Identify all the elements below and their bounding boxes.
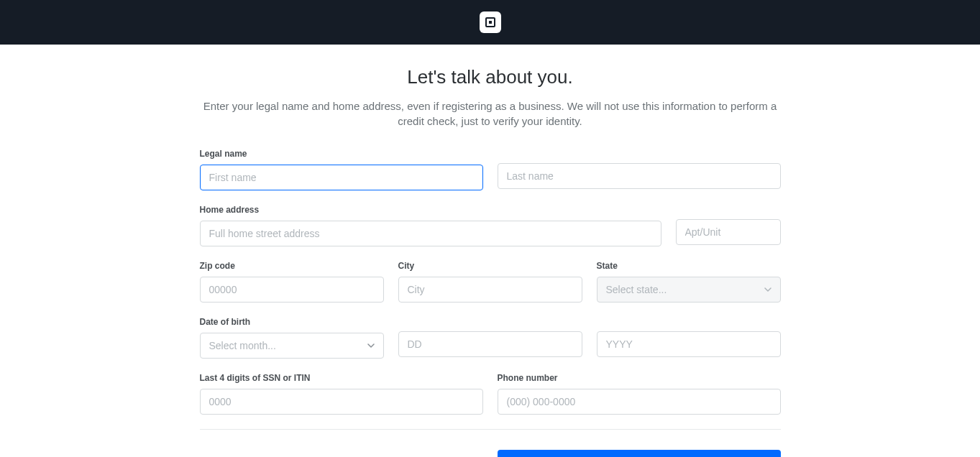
apt-unit-input[interactable] [676,219,781,245]
chevron-down-icon [367,342,375,349]
phone-input[interactable] [498,389,781,415]
app-header [0,0,980,45]
street-address-input[interactable] [200,221,661,246]
first-name-input[interactable] [200,165,483,190]
date-of-birth-label: Date of birth [200,317,384,327]
ssn-input[interactable] [200,389,483,415]
home-address-label: Home address [200,205,661,215]
last-name-input[interactable] [498,163,781,189]
state-label: State [597,261,781,271]
page-title: Let's talk about you. [200,66,781,88]
continue-button[interactable]: CONTINUE [498,450,781,457]
city-label: City [398,261,582,271]
state-select[interactable]: Select state... [597,277,781,303]
legal-name-label: Legal name [200,149,483,159]
month-select[interactable]: Select month... [200,333,384,359]
month-select-placeholder: Select month... [209,340,276,351]
city-input[interactable] [398,277,582,303]
form-divider [200,429,781,430]
ssn-label: Last 4 digits of SSN or ITIN [200,373,483,383]
square-logo-icon [480,11,501,33]
page-subtitle: Enter your legal name and home address, … [203,98,778,129]
zip-code-input[interactable] [200,277,384,303]
phone-label: Phone number [498,373,781,383]
day-input[interactable] [398,331,582,357]
year-input[interactable] [597,331,781,357]
state-select-placeholder: Select state... [606,284,667,295]
form-container: Let's talk about you. Enter your legal n… [200,45,781,457]
zip-code-label: Zip code [200,261,384,271]
chevron-down-icon [764,286,771,293]
